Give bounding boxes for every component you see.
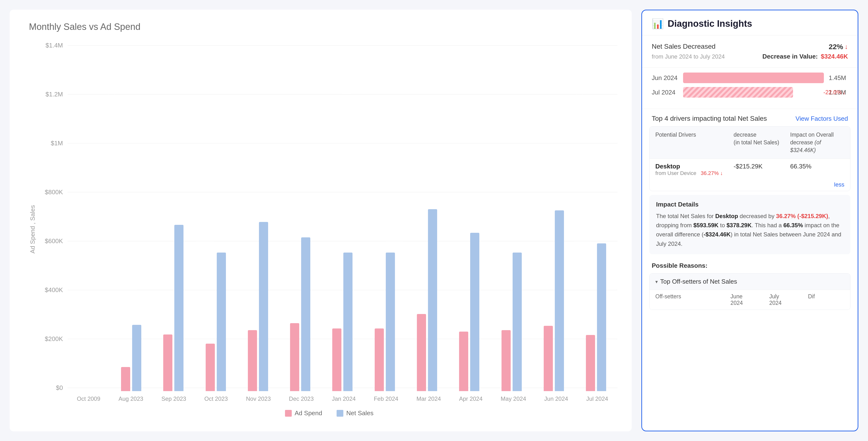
view-factors-link[interactable]: View Factors Used — [796, 115, 848, 122]
x-label-oct2009: Oct 2009 — [77, 396, 100, 402]
legend-ad-spend: Ad Spend — [285, 409, 322, 417]
bar-net-nov2023 — [259, 222, 268, 391]
x-label-jan2024: Jan 2024 — [332, 396, 355, 402]
main-container: Monthly Sales vs Ad Spend Ad Spend , Sal… — [0, 0, 868, 441]
y-label-5: $600K — [41, 238, 68, 245]
less-link-row: less — [650, 180, 850, 191]
chart-inner: $1.4M $1.2M $1M $800K — [41, 42, 617, 417]
summary-top: Net Sales Decreased 22% ↓ — [652, 43, 848, 51]
bar-row-jul: Jul 2024 -22.0% ↓ 1.13M — [652, 87, 848, 98]
x-label-jul2024: Jul 2024 — [586, 396, 608, 402]
bar-ad-may2024 — [501, 330, 511, 391]
table-header-col2: decrease(in total Net Sales) — [734, 131, 788, 154]
amount-red: (-$215.29K) — [797, 213, 828, 219]
bar-ad-sep2023 — [163, 335, 173, 391]
panel-title: Diagnostic Insights — [668, 19, 752, 29]
insights-panel: 📊 Diagnostic Insights Net Sales Decrease… — [641, 10, 858, 431]
bar-group-nov2023 — [248, 222, 268, 391]
bar-group-apr2024 — [459, 233, 479, 391]
impact-details-title: Impact Details — [656, 201, 844, 208]
x-axis: Oct 2009 Aug 2023 Sep 2023 Oct 2023 Nov … — [41, 396, 617, 402]
jun-bar — [683, 72, 824, 83]
bar-net-apr2024 — [470, 233, 479, 391]
pct-badge: 22% ↓ — [829, 43, 848, 51]
summary-sub: from June 2024 to July 2024 Decrease in … — [652, 53, 848, 60]
chart-area: Monthly Sales vs Ad Spend Ad Spend , Sal… — [10, 10, 632, 431]
offsetters-table-header: Off-setters June2024 July2024 Dif — [650, 290, 850, 310]
jul-bar — [683, 87, 793, 98]
impact-details-text: The total Net Sales for Desktop decrease… — [656, 212, 844, 249]
jun-value: 1.45M — [829, 74, 848, 82]
summary-section: Net Sales Decreased 22% ↓ from June 2024… — [642, 35, 858, 68]
driver-impact: 66.35% — [790, 163, 844, 170]
impact-details: Impact Details The total Net Sales for D… — [649, 195, 850, 254]
bar-ad-oct2023 — [206, 344, 215, 391]
bar-group-dec2023 — [290, 238, 310, 391]
bar-net-jan2024 — [343, 253, 352, 391]
drivers-header: Top 4 drivers impacting total Net Sales … — [642, 109, 858, 126]
bar-net-jul2024 — [597, 243, 606, 391]
diff-bold: -$324.46K — [704, 231, 731, 238]
driver-col1: Desktop from User Device 36.27% ↓ — [655, 163, 731, 177]
bar-net-dec2023 — [301, 238, 310, 391]
from-bold: $593.59K — [693, 222, 718, 228]
x-label-may2024: May 2024 — [501, 396, 526, 402]
chevron-down-icon: ▾ — [655, 279, 658, 285]
x-label-apr2024: Apr 2024 — [459, 396, 483, 402]
legend-box-ad — [285, 410, 292, 417]
offsetters-col1: Off-setters — [655, 293, 728, 306]
decrease-amount: $324.46K — [821, 53, 848, 60]
chart-title: Monthly Sales vs Ad Spend — [29, 22, 617, 32]
offsetters-header[interactable]: ▾ Top Off-setters of Net Sales — [650, 274, 850, 290]
drivers-table: Potential Drivers decrease(in total Net … — [649, 126, 850, 191]
y-label-6: $400K — [41, 286, 68, 294]
bars-container — [68, 42, 617, 391]
bar-ad-nov2023 — [248, 330, 257, 391]
x-label-nov2023: Nov 2023 — [246, 396, 271, 402]
bar-ad-mar2024 — [417, 314, 426, 391]
less-link[interactable]: less — [828, 180, 850, 191]
table-header-row: Potential Drivers decrease(in total Net … — [650, 127, 850, 159]
bar-row-jun: Jun 2024 1.45M — [652, 72, 848, 83]
net-sales-label: Net Sales Decreased — [652, 43, 716, 50]
chart-legend: Ad Spend Net Sales — [41, 409, 617, 417]
x-label-aug2023: Aug 2023 — [118, 396, 143, 402]
bar-ad-dec2023 — [290, 323, 299, 391]
chart-grid-container: $1.4M $1.2M $1M $800K — [41, 42, 617, 391]
x-label-feb2024: Feb 2024 — [374, 396, 398, 402]
panel-icon: 📊 — [652, 18, 664, 29]
y-axis-label: Ad Spend , Sales — [29, 205, 36, 253]
bar-ad-feb2024 — [375, 328, 384, 391]
x-label-sep2023: Sep 2023 — [161, 396, 186, 402]
table-data-row-desktop: Desktop from User Device 36.27% ↓ -$215.… — [650, 159, 850, 180]
y-label-7: $200K — [41, 335, 68, 343]
bar-ad-apr2024 — [459, 332, 468, 391]
possible-reasons-label: Possible Reasons: — [642, 258, 858, 271]
bar-ad-jun2024 — [544, 326, 553, 391]
legend-label-ad: Ad Spend — [294, 409, 322, 417]
legend-label-net: Net Sales — [346, 409, 373, 417]
y-label-1: $1.4M — [41, 42, 68, 49]
decrease-arrow-icon: ↓ — [845, 43, 848, 51]
x-label-mar2024: Mar 2024 — [416, 396, 441, 402]
bar-net-jun2024 — [555, 210, 564, 391]
bar-net-aug2023 — [132, 325, 141, 391]
bar-ad-jul2024 — [586, 335, 595, 391]
driver-name: Desktop — [655, 163, 731, 170]
offsetters-col2: June2024 — [731, 293, 767, 306]
offsetters-col3: July2024 — [769, 293, 806, 306]
driver-pct: 36.27% ↓ — [701, 170, 723, 176]
jul-label: Jul 2024 — [652, 89, 678, 96]
bar-group-jan2024 — [332, 253, 352, 391]
legend-box-net — [337, 410, 343, 417]
pct-value: 22% — [829, 43, 843, 51]
offsetters-title: Top Off-setters of Net Sales — [660, 278, 737, 285]
x-label-jun2024: Jun 2024 — [544, 396, 568, 402]
x-label-oct2023: Oct 2023 — [205, 396, 228, 402]
bar-net-oct2023 — [217, 253, 226, 391]
bar-group-may2024 — [501, 253, 522, 391]
bar-group-aug2023 — [121, 325, 141, 391]
x-label-dec2023: Dec 2023 — [289, 396, 314, 402]
legend-net-sales: Net Sales — [337, 409, 373, 417]
date-range: from June 2024 to July 2024 — [652, 53, 725, 60]
